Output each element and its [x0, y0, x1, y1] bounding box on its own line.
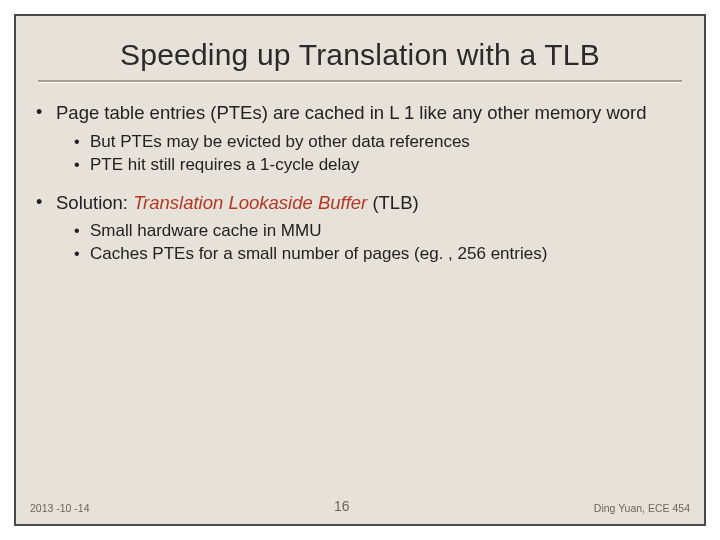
- bullet-1-sublist: But PTEs may be evicted by other data re…: [56, 131, 678, 177]
- slide-content: Page table entries (PTEs) are cached in …: [16, 101, 704, 266]
- footer-page-number: 16: [334, 498, 350, 514]
- bullet-1: Page table entries (PTEs) are cached in …: [28, 101, 678, 177]
- footer-date: 2013 -10 -14: [30, 502, 90, 514]
- bullet-2-sublist: Small hardware cache in MMU Caches PTEs …: [56, 220, 678, 266]
- bullet-2-suffix: (TLB): [367, 192, 418, 213]
- bullet-1-sub-2: PTE hit still requires a 1-cycle delay: [56, 154, 678, 177]
- bullet-1-sub-1: But PTEs may be evicted by other data re…: [56, 131, 678, 154]
- footer-author: Ding Yuan, ECE 454: [594, 502, 690, 514]
- bullet-2-prefix: Solution:: [56, 192, 133, 213]
- slide-title: Speeding up Translation with a TLB: [16, 16, 704, 80]
- slide: Speeding up Translation with a TLB Page …: [0, 0, 720, 540]
- bullet-2-sub-2: Caches PTEs for a small number of pages …: [56, 243, 678, 266]
- bullet-1-text: Page table entries (PTEs) are cached in …: [56, 102, 647, 123]
- bullet-2-sub-1: Small hardware cache in MMU: [56, 220, 678, 243]
- footer: 2013 -10 -14 16 Ding Yuan, ECE 454: [16, 498, 704, 514]
- title-underline: [38, 80, 682, 83]
- bullet-2-emphasis: Translation Lookaside Buffer: [133, 192, 367, 213]
- bullet-list: Page table entries (PTEs) are cached in …: [28, 101, 678, 266]
- slide-inner: Speeding up Translation with a TLB Page …: [14, 14, 706, 526]
- bullet-2: Solution: Translation Lookaside Buffer (…: [28, 191, 678, 267]
